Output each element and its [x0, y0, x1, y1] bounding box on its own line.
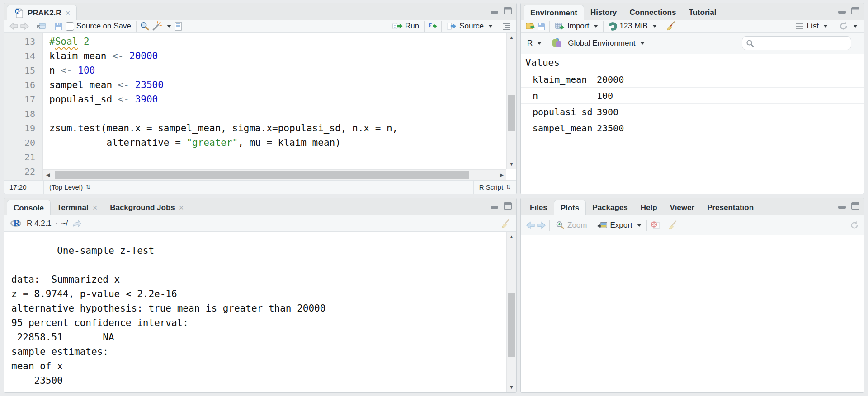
env-tab-history[interactable]: History	[584, 5, 623, 20]
filetype-selector[interactable]: R Script⇅	[474, 183, 516, 191]
source-on-save-toggle[interactable]: Source on Save	[64, 21, 133, 32]
code-line-21[interactable]	[49, 150, 516, 164]
environment-scope-selector[interactable]: Global Environment	[550, 37, 646, 49]
scroll-up-icon[interactable]: ▲	[509, 33, 514, 43]
plots-tab-help[interactable]: Help	[634, 200, 664, 215]
clear-all-plots-broom-icon[interactable]	[667, 220, 678, 230]
separator-dot: ·	[55, 219, 58, 228]
plots-tab-viewer[interactable]: Viewer	[664, 200, 701, 215]
environment-row-sampel-mean[interactable]: sampel_mean23500	[521, 120, 864, 136]
scroll-left-icon[interactable]: ◀	[43, 172, 52, 178]
environment-row-klaim-mean[interactable]: klaim_mean20000	[521, 71, 864, 88]
editor-vertical-scrollbar[interactable]: ▲ ▼	[506, 33, 516, 169]
goto-directory-icon[interactable]	[71, 219, 82, 228]
language-selector[interactable]: R	[525, 38, 543, 49]
plots-tab-packages[interactable]: Packages	[586, 200, 634, 215]
document-outline-icon[interactable]	[501, 21, 512, 31]
minimize-icon[interactable]	[837, 7, 847, 15]
console-vertical-scrollbar[interactable]: ▲ ▼	[506, 232, 516, 392]
remove-plot-icon[interactable]	[650, 220, 660, 230]
list-view-button[interactable]: List	[793, 20, 830, 32]
code-line-19[interactable]: zsum.test(mean.x = sampel_mean, sigma.x=…	[49, 121, 516, 135]
minimize-icon[interactable]	[837, 202, 847, 210]
environment-search-box[interactable]	[742, 36, 851, 50]
maximize-icon[interactable]	[850, 202, 860, 210]
rerun-icon[interactable]	[428, 21, 438, 31]
scroll-down-icon[interactable]: ▼	[509, 159, 514, 169]
plots-pane: FilesPlotsPackagesHelpViewerPresentation	[520, 198, 864, 393]
plots-tab-plots[interactable]: Plots	[554, 200, 586, 215]
variable-name: populasi_sd	[521, 104, 592, 120]
editor-horizontal-scrollbar[interactable]: ◀ ▶	[43, 169, 506, 180]
clear-workspace-broom-icon[interactable]	[665, 21, 676, 31]
scrollbar-thumb[interactable]	[55, 171, 469, 179]
save-icon[interactable]	[53, 21, 64, 31]
chevron-down-icon	[167, 25, 171, 28]
scope-selector[interactable]: (Top Level)⇅	[44, 183, 96, 191]
code-line-13[interactable]: #Soal 2	[49, 34, 516, 49]
chevron-down-icon	[637, 224, 642, 227]
memory-usage-button[interactable]: 123 MiB	[607, 21, 658, 32]
code-line-16[interactable]: sampel_mean <- 23500	[49, 78, 516, 92]
code-line-20[interactable]: alternative = "greater", mu = klaim_mean…	[49, 135, 516, 150]
find-icon[interactable]	[140, 21, 150, 31]
scroll-right-icon[interactable]: ▶	[497, 172, 506, 178]
env-tab-connections[interactable]: Connections	[623, 5, 682, 20]
scrollbar-thumb[interactable]	[508, 95, 515, 131]
previous-plot-icon[interactable]	[525, 220, 536, 230]
maximize-icon[interactable]	[503, 7, 513, 15]
code-editor[interactable]: 13141516171819202122 #Soal 2klaim_mean <…	[4, 33, 516, 180]
save-workspace-icon[interactable]	[536, 21, 546, 31]
cursor-position[interactable]: 17:20	[4, 183, 43, 191]
plots-tab-files[interactable]: Files	[524, 200, 554, 215]
code-line-14[interactable]: klaim_mean <- 20000	[49, 49, 516, 63]
code-token: alternative =	[49, 137, 186, 148]
next-plot-icon[interactable]	[536, 220, 546, 230]
scroll-down-icon[interactable]: ▼	[509, 382, 514, 392]
scrollbar-thumb[interactable]	[508, 293, 515, 357]
code-line-17[interactable]: populasi_sd <- 3900	[49, 92, 516, 107]
load-workspace-icon[interactable]	[525, 21, 536, 31]
variable-name: sampel_mean	[521, 120, 592, 136]
clear-console-broom-icon[interactable]	[500, 219, 511, 228]
environment-row-n[interactable]: n100	[521, 88, 864, 104]
show-in-new-window-icon[interactable]	[36, 21, 47, 31]
forward-icon[interactable]	[19, 21, 29, 31]
code-lines[interactable]: #Soal 2klaim_mean <- 20000n <- 100sampel…	[43, 33, 516, 180]
minimize-icon[interactable]	[490, 202, 500, 210]
environment-row-populasi-sd[interactable]: populasi_sd3900	[521, 104, 864, 120]
maximize-icon[interactable]	[850, 7, 860, 15]
env-tab-environment[interactable]: Environment	[524, 5, 584, 20]
console-tab-terminal[interactable]: Terminal×	[51, 200, 104, 215]
refresh-button[interactable]	[836, 20, 859, 32]
console-tab-console[interactable]: Console	[7, 200, 51, 215]
source-on-save-checkbox[interactable]	[66, 22, 74, 31]
tab-close-icon[interactable]: ×	[179, 204, 184, 212]
plots-tab-presentation[interactable]: Presentation	[701, 200, 760, 215]
refresh-plots-icon[interactable]	[849, 220, 859, 230]
tab-label: Packages	[592, 203, 627, 212]
compile-report-icon[interactable]	[173, 21, 184, 31]
env-tab-tutorial[interactable]: Tutorial	[682, 5, 722, 20]
scroll-up-icon[interactable]: ▲	[509, 232, 514, 242]
export-plot-button[interactable]: Export	[595, 219, 643, 231]
zoom-plot-button[interactable]: Zoom	[553, 219, 589, 231]
code-line-18[interactable]	[49, 107, 516, 121]
source-icon	[447, 21, 457, 31]
code-tools-button[interactable]	[150, 20, 173, 32]
variable-value: 100	[592, 90, 613, 101]
source-button[interactable]: Source	[445, 20, 495, 32]
tab-close-icon[interactable]: ×	[93, 204, 98, 212]
console-output-area[interactable]: One-sample z-Test data: Summarized x z =…	[4, 232, 516, 392]
back-icon[interactable]	[9, 21, 19, 31]
editor-tab-prak2[interactable]: R PRAK2.R ×	[7, 5, 77, 20]
search-input[interactable]	[757, 39, 847, 47]
close-icon[interactable]: ×	[66, 9, 71, 17]
code-line-15[interactable]: n <- 100	[49, 63, 516, 78]
maximize-icon[interactable]	[503, 202, 513, 210]
run-button[interactable]: Run	[391, 20, 421, 32]
variable-value: 20000	[592, 74, 624, 85]
console-tab-background-jobs[interactable]: Background Jobs×	[104, 200, 190, 215]
minimize-icon[interactable]	[490, 7, 500, 15]
import-dataset-button[interactable]: Import	[553, 20, 600, 32]
